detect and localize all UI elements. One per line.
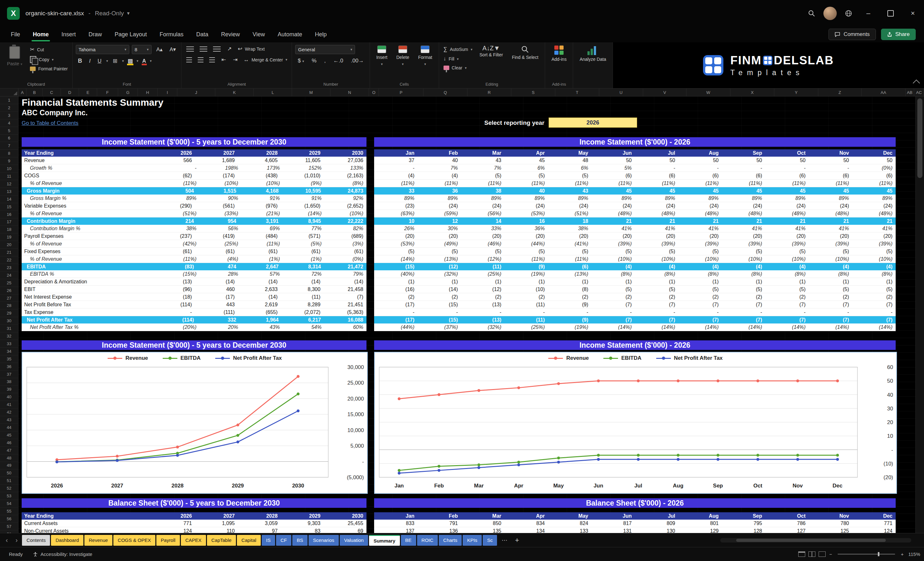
decrease-font-icon[interactable]: A▾ — [168, 45, 178, 54]
row-header-10[interactable]: 10 — [0, 165, 18, 172]
menu-tab-draw[interactable]: Draw — [82, 26, 108, 42]
table-cell[interactable]: 2027 — [195, 512, 238, 520]
table-cell[interactable]: (111) — [195, 309, 238, 316]
table-cell[interactable]: Sep — [722, 512, 765, 520]
table-cell[interactable]: 12 — [418, 218, 461, 225]
format-painter-button[interactable]: Format Painter — [28, 66, 69, 72]
clear-button[interactable]: Clear▾ — [442, 64, 474, 71]
table-cell[interactable]: 83 — [281, 527, 324, 533]
table-cell[interactable]: (4) — [374, 172, 418, 179]
table-cell[interactable]: (20) — [678, 232, 722, 240]
table-cell[interactable]: (4) — [852, 263, 896, 270]
row-header-4[interactable]: 4 — [0, 119, 18, 127]
close-button[interactable]: × — [902, 0, 924, 26]
row-header-1[interactable]: 1 — [0, 96, 18, 104]
row-header-49[interactable]: 49 — [0, 462, 18, 470]
row-header-36[interactable]: 36 — [0, 363, 18, 370]
row-label[interactable]: % of Revenue — [22, 180, 158, 187]
row-header-40[interactable]: 40 — [0, 393, 18, 401]
table-cell[interactable]: (7) — [852, 301, 896, 308]
table-cell[interactable]: (1) — [765, 278, 809, 285]
column-header-X[interactable]: X — [730, 88, 774, 96]
avatar[interactable] — [824, 7, 837, 20]
table-cell[interactable]: (13%) — [548, 270, 592, 278]
table-cell[interactable]: (7) — [765, 301, 809, 308]
table-cell[interactable]: (5) — [548, 172, 592, 179]
table-cell[interactable]: (8%) — [635, 270, 678, 278]
table-cell[interactable]: (25%) — [461, 270, 505, 278]
table-cell[interactable]: 2026 — [152, 149, 195, 157]
row-label[interactable]: Tax Expense — [22, 309, 152, 316]
table-cell[interactable]: 6,217 — [282, 316, 324, 324]
table-cell[interactable]: 41% — [809, 225, 852, 232]
table-cell[interactable]: (4) — [418, 172, 461, 179]
table-cell[interactable]: 41% — [852, 225, 896, 232]
table-cell[interactable]: (5) — [635, 286, 678, 293]
table-cell[interactable]: - — [765, 164, 809, 172]
table-cell[interactable]: (42%) — [158, 240, 200, 248]
table-cell[interactable]: (5%) — [283, 240, 325, 248]
sheet-tab-cf[interactable]: CF — [276, 535, 291, 546]
align-middle-icon[interactable] — [200, 46, 207, 52]
table-cell[interactable]: (32%) — [418, 270, 461, 278]
table-cell[interactable]: (10%) — [325, 210, 366, 217]
table-cell[interactable]: (5) — [592, 248, 635, 255]
table-cell[interactable]: 43 — [548, 187, 592, 195]
table-cell[interactable]: (5) — [418, 248, 461, 255]
table-cell[interactable]: 20% — [200, 324, 242, 331]
table-cell[interactable]: (2) — [722, 293, 765, 300]
table-cell[interactable]: (5) — [592, 286, 635, 293]
table-cell[interactable]: (8%) — [678, 270, 722, 278]
row-header-58[interactable]: 58 — [0, 530, 18, 533]
table-cell[interactable]: (5) — [809, 248, 852, 255]
tabs-scroll-right-icon[interactable]: › — [12, 537, 21, 544]
row-header-13[interactable]: 13 — [0, 188, 18, 195]
table-cell[interactable]: (14) — [324, 278, 366, 285]
table-cell[interactable]: (2) — [765, 293, 809, 300]
table-cell[interactable]: (174) — [195, 172, 238, 179]
menu-tab-insert[interactable]: Insert — [55, 26, 82, 42]
table-cell[interactable]: (51%) — [158, 210, 200, 217]
zoom-in-button[interactable]: + — [899, 552, 906, 557]
table-cell[interactable]: (83) — [155, 263, 197, 270]
table-cell[interactable]: 131 — [592, 527, 635, 533]
table-cell[interactable]: (11) — [505, 316, 548, 324]
table-cell[interactable]: - — [548, 309, 592, 316]
table-cell[interactable]: (62) — [152, 172, 195, 179]
row-header-45[interactable]: 45 — [0, 431, 18, 439]
table-cell[interactable]: 833 — [374, 520, 418, 527]
table-cell[interactable]: (61) — [281, 248, 324, 255]
table-cell[interactable]: (14%) — [722, 324, 765, 331]
column-header-O[interactable]: O — [369, 88, 379, 96]
reporting-year-input[interactable]: 2026 — [549, 117, 637, 128]
table-cell[interactable]: (5) — [809, 286, 852, 293]
sheet-tab-captable[interactable]: CapTable — [207, 535, 236, 546]
table-cell[interactable]: 90% — [200, 195, 242, 202]
tabs-scroll-left-icon[interactable]: ‹ — [3, 537, 11, 544]
column-header-Z[interactable]: Z — [818, 88, 862, 96]
table-cell[interactable]: Jul — [635, 512, 678, 520]
table-cell[interactable]: - — [158, 164, 200, 172]
row-label[interactable]: Gross Margin % — [22, 195, 158, 202]
row-header-9[interactable]: 9 — [0, 157, 18, 165]
table-cell[interactable]: 21 — [678, 218, 722, 225]
table-cell[interactable]: 50 — [852, 157, 896, 164]
table-cell[interactable]: 89% — [374, 195, 418, 202]
sheet-tab-valuation[interactable]: Valuation — [340, 535, 368, 546]
table-cell[interactable]: 2,619 — [238, 301, 281, 308]
table-cell[interactable]: (5) — [722, 248, 765, 255]
row-header-37[interactable]: 37 — [0, 370, 18, 378]
row-header-25[interactable]: 25 — [0, 279, 18, 287]
table-cell[interactable]: 566 — [152, 157, 195, 164]
page-layout-view-icon[interactable] — [808, 552, 815, 557]
row-header-3[interactable]: 3 — [0, 112, 18, 119]
table-cell[interactable]: 8,945 — [282, 218, 324, 225]
table-cell[interactable]: (48%) — [592, 210, 635, 217]
table-cell[interactable]: (2,163) — [324, 172, 366, 179]
table-cell[interactable]: (46%) — [461, 240, 505, 248]
column-header-AC[interactable]: AC — [914, 88, 924, 96]
table-cell[interactable]: 152% — [283, 164, 325, 172]
table-cell[interactable]: (13) — [152, 278, 195, 285]
table-cell[interactable]: (10%) — [200, 180, 242, 187]
table-cell[interactable]: May — [548, 512, 592, 520]
